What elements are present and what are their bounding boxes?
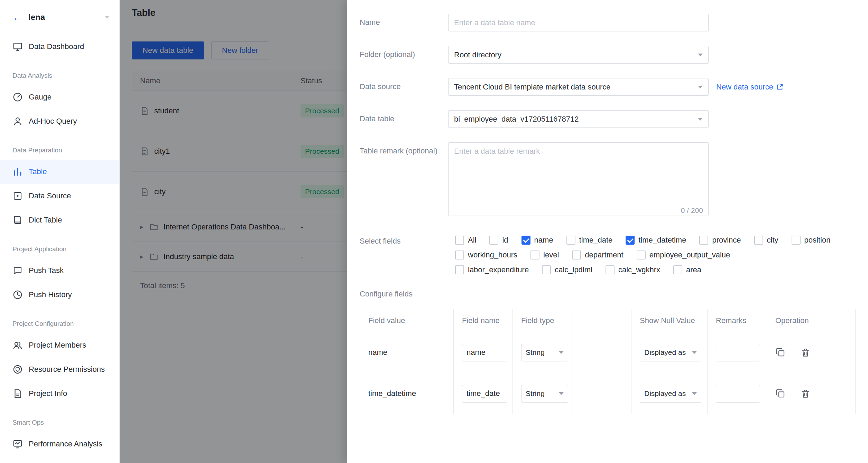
sidebar-header: ← lena bbox=[0, 0, 119, 35]
folder-select[interactable]: Root directory bbox=[448, 46, 709, 64]
chevron-down-icon bbox=[698, 86, 703, 88]
field-checkbox-department[interactable]: department bbox=[572, 251, 623, 259]
checkbox-icon bbox=[673, 265, 682, 274]
checkbox-icon bbox=[455, 265, 464, 274]
sidebar-item-label: Gauge bbox=[29, 92, 52, 102]
field-checkbox-labor-expenditure[interactable]: labor_expenditure bbox=[455, 265, 529, 274]
sidebar-item-project-info[interactable]: Project Info bbox=[0, 381, 119, 406]
field-checkbox-time-datetime[interactable]: time_datetime bbox=[626, 236, 686, 245]
select-fields-group: All id name time_date time_datetime prov… bbox=[448, 233, 830, 277]
field-checkbox-position[interactable]: position bbox=[792, 236, 831, 245]
app: ← lena Data Dashboard Data Analysis Gaug… bbox=[0, 0, 868, 463]
column-header-field-name: Field name bbox=[454, 309, 513, 332]
new-data-source-link[interactable]: New data source bbox=[716, 83, 784, 92]
sidebar-item-label: Data Source bbox=[29, 191, 71, 201]
back-icon[interactable]: ← bbox=[12, 12, 23, 22]
field-checkbox-city[interactable]: city bbox=[754, 236, 778, 245]
sidebar-item-gauge[interactable]: Gauge bbox=[0, 85, 119, 109]
checkbox-icon bbox=[530, 251, 539, 259]
sidebar-item-project-members[interactable]: Project Members bbox=[0, 333, 119, 357]
field-checkbox-calc-lpdlml[interactable]: calc_lpdlml bbox=[542, 265, 592, 274]
field-checkbox-all[interactable]: All bbox=[455, 236, 476, 245]
checkbox-icon bbox=[699, 236, 708, 245]
name-input[interactable] bbox=[448, 14, 709, 31]
remark-textarea[interactable] bbox=[448, 142, 709, 216]
data-table-select-value: bi_employee_data_v1720511678712 bbox=[454, 115, 579, 124]
sidebar-item-resource-permissions[interactable]: Resource Permissions bbox=[0, 357, 119, 381]
checkbox-icon bbox=[489, 236, 498, 245]
field-checkbox-level[interactable]: level bbox=[530, 251, 559, 259]
checkbox-icon bbox=[626, 236, 635, 245]
new-data-table-drawer: Name Folder (optional) Root directory Da… bbox=[347, 0, 868, 463]
empty-cell bbox=[572, 373, 631, 414]
configure-fields-label: Configure fields bbox=[360, 290, 868, 299]
sidebar-section-smart-ops: Smart Ops bbox=[0, 406, 119, 432]
external-link-icon bbox=[776, 83, 784, 91]
configure-fields-table: Field value Field name Field type Show N… bbox=[360, 309, 856, 414]
sidebar-item-push-history[interactable]: Push History bbox=[0, 283, 119, 307]
chevron-down-icon bbox=[698, 118, 703, 121]
field-checkbox-employee-output-value[interactable]: employee_output_value bbox=[637, 251, 730, 259]
chevron-down-icon bbox=[559, 351, 564, 354]
sidebar-section-project-application: Project Application bbox=[0, 232, 119, 258]
field-checkbox-working-hours[interactable]: working_hours bbox=[455, 251, 517, 259]
dashboard-icon bbox=[12, 41, 23, 52]
show-null-value-select[interactable]: Displayed as bbox=[640, 344, 701, 361]
remarks-input[interactable] bbox=[716, 344, 760, 361]
copy-icon[interactable] bbox=[775, 347, 786, 358]
sidebar-item-dict-table[interactable]: Dict Table bbox=[0, 208, 119, 232]
sidebar-item-push-task[interactable]: Push Task bbox=[0, 258, 119, 283]
sidebar-item-adhoc-query[interactable]: Ad-Hoc Query bbox=[0, 109, 119, 133]
field-type-select[interactable]: String bbox=[521, 344, 568, 361]
data-table-select[interactable]: bi_employee_data_v1720511678712 bbox=[448, 110, 709, 128]
sidebar-item-label: Resource Permissions bbox=[29, 365, 105, 374]
sidebar-item-table[interactable]: Table bbox=[0, 160, 119, 184]
checkbox-icon bbox=[754, 236, 763, 245]
sidebar-item-data-dashboard[interactable]: Data Dashboard bbox=[0, 35, 119, 59]
checkbox-icon bbox=[637, 251, 646, 259]
field-checkbox-id[interactable]: id bbox=[489, 236, 508, 245]
gauge-icon bbox=[12, 92, 23, 102]
data-source-select[interactable]: Tencent Cloud BI template market data so… bbox=[448, 78, 709, 96]
configure-field-row: name String Displayed as bbox=[360, 332, 856, 373]
select-fields-label: Select fields bbox=[360, 233, 448, 277]
column-header-empty bbox=[572, 309, 631, 332]
field-checkbox-name[interactable]: name bbox=[521, 236, 553, 245]
sidebar-item-performance-analysis[interactable]: Performance Analysis bbox=[0, 432, 119, 456]
remarks-input[interactable] bbox=[716, 385, 760, 403]
resource-permissions-icon bbox=[12, 364, 23, 375]
copy-icon[interactable] bbox=[775, 388, 786, 399]
field-name-input[interactable] bbox=[462, 344, 507, 361]
delete-icon[interactable] bbox=[800, 388, 811, 399]
bar-chart-icon bbox=[12, 167, 23, 177]
checkbox-icon bbox=[542, 265, 551, 274]
chevron-down-icon[interactable] bbox=[105, 16, 110, 19]
field-value-cell: name bbox=[360, 332, 454, 373]
project-name[interactable]: lena bbox=[28, 12, 105, 22]
sidebar-section-project-configuration: Project Configuration bbox=[0, 307, 119, 333]
dict-table-icon bbox=[12, 215, 23, 225]
chevron-down-icon bbox=[692, 351, 697, 354]
data-source-icon bbox=[12, 191, 23, 201]
field-checkbox-province[interactable]: province bbox=[699, 236, 741, 245]
delete-icon[interactable] bbox=[800, 347, 811, 358]
field-checkbox-area[interactable]: area bbox=[673, 265, 701, 274]
folder-label: Folder (optional) bbox=[360, 46, 448, 64]
sidebar-item-data-source[interactable]: Data Source bbox=[0, 184, 119, 208]
field-checkbox-calc-wgkhrx[interactable]: calc_wgkhrx bbox=[606, 265, 660, 274]
sidebar-section-data-preparation: Data Preparation bbox=[0, 133, 119, 160]
remark-label: Table remark (optional) bbox=[360, 142, 448, 218]
field-value-cell: time_datetime bbox=[360, 373, 454, 414]
field-type-select[interactable]: String bbox=[521, 385, 568, 403]
show-null-value-select[interactable]: Displayed as bbox=[640, 385, 701, 403]
data-source-select-value: Tencent Cloud BI template market data so… bbox=[454, 83, 610, 92]
column-header-operation: Operation bbox=[767, 309, 856, 332]
field-name-input[interactable] bbox=[462, 385, 507, 403]
chevron-down-icon bbox=[692, 392, 697, 395]
configure-field-row: time_datetime String Displayed as bbox=[360, 373, 856, 414]
project-info-icon bbox=[12, 388, 23, 399]
sidebar-section-data-analysis: Data Analysis bbox=[0, 59, 119, 85]
folder-select-value: Root directory bbox=[454, 50, 501, 59]
data-table-label: Data table bbox=[360, 110, 448, 128]
field-checkbox-time-date[interactable]: time_date bbox=[566, 236, 613, 245]
